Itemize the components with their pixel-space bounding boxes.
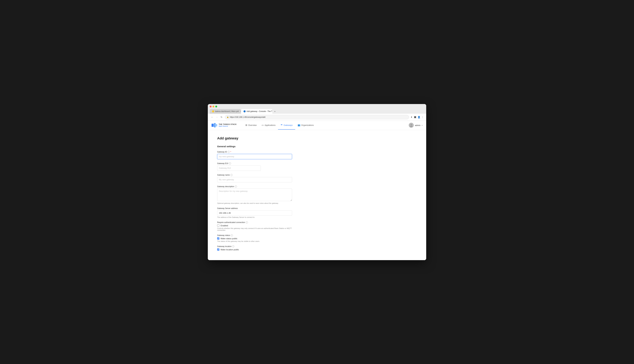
- require-auth-help: Controls whether this gateway may only c…: [217, 228, 292, 231]
- traffic-light-minimize[interactable]: [212, 106, 214, 108]
- require-auth-info-icon: i: [246, 221, 248, 224]
- logo-text-area: THE THINGS STACK Open Source: [219, 123, 237, 127]
- main-content: Add gateway General settings Gateway ID …: [208, 130, 348, 260]
- required-star: *: [230, 151, 231, 153]
- server-address-input[interactable]: 192.168.1.46: [217, 210, 292, 216]
- require-auth-checkbox-row: Enabled: [217, 224, 339, 227]
- menu-icon[interactable]: ⋮: [422, 116, 424, 118]
- gateway-id-label: Gateway ID i *: [217, 151, 339, 153]
- tab-label-balena: balena dashboard | Marc-pi4: [215, 110, 239, 112]
- gateway-id-info-icon: i: [228, 151, 230, 153]
- nav-label-overview: Overview: [248, 124, 257, 126]
- logo-subtitle: Open Source: [219, 126, 237, 127]
- gateway-id-label-text: Gateway ID: [217, 151, 227, 153]
- nav-item-applications[interactable]: ▭ Applications: [259, 121, 278, 130]
- logo-svg: [212, 123, 217, 128]
- require-auth-label: Require authenticated connection i: [217, 221, 339, 224]
- traffic-light-close[interactable]: [210, 106, 212, 108]
- require-auth-label-text: Require authenticated connection: [217, 221, 245, 224]
- nav-item-organizations[interactable]: 👥 Organizations: [295, 121, 316, 130]
- form-group-gateway-name: Gateway name i: [217, 174, 339, 182]
- gateway-status-help: The status of this gateway may be visibl…: [217, 240, 292, 242]
- svg-point-5: [410, 126, 412, 127]
- require-auth-checkbox[interactable]: [217, 224, 219, 226]
- form-group-gateway-id: Gateway ID i *: [217, 151, 339, 159]
- url-bar[interactable]: 🔒 https://192.168.1.46/console/gateways/…: [225, 115, 409, 119]
- gateway-name-info-icon: i: [230, 174, 232, 176]
- nav-label-organizations: Organizations: [301, 124, 314, 126]
- gateway-location-label: Gateway location i: [217, 245, 339, 248]
- form-group-gateway-description: Gateway description i Optional gateway d…: [217, 186, 339, 204]
- gateway-status-label: Gateway status i: [217, 234, 339, 236]
- gateway-description-label-text: Gateway description: [217, 186, 234, 188]
- nav-forward-button[interactable]: →: [215, 115, 219, 119]
- browser-chrome: 🟡 balena dashboard | Marc-pi4 ✕ 🔵 Add ga…: [208, 104, 426, 114]
- traffic-lights: [210, 106, 424, 108]
- browser-actions: ⬇ 🔳 👤 ⋮: [410, 116, 424, 118]
- new-tab-button[interactable]: +: [273, 109, 277, 114]
- top-nav: THE THINGS STACK Open Source ⊞ Overview …: [208, 121, 426, 130]
- gateway-description-textarea[interactable]: [217, 188, 292, 201]
- svg-rect-2: [216, 124, 217, 126]
- gateway-name-input[interactable]: [217, 177, 292, 182]
- gateway-eui-label-text: Gateway EUI: [217, 162, 228, 164]
- gateway-location-checkbox-label: Make location public: [220, 248, 239, 251]
- lock-icon: 🔒: [227, 116, 229, 118]
- tab-close-balena[interactable]: ✕: [240, 110, 241, 112]
- svg-point-3: [281, 124, 282, 125]
- require-auth-checkbox-label: Enabled: [220, 224, 228, 227]
- gateway-eui-info-icon: i: [229, 162, 231, 164]
- gateway-location-checkbox[interactable]: [217, 248, 219, 250]
- gateway-id-input[interactable]: [217, 154, 292, 159]
- nav-items: ⊞ Overview ▭ Applications Gatew: [243, 121, 409, 130]
- server-address-label-text: Gateway Server address: [217, 207, 238, 210]
- svg-rect-1: [214, 123, 216, 128]
- tab-favicon-balena: 🟡: [212, 110, 214, 112]
- section-title-general: General settings: [217, 145, 339, 148]
- organizations-icon: 👥: [298, 124, 300, 126]
- gateway-location-label-text: Gateway location: [217, 245, 232, 248]
- gateway-description-help: Optional gateway description; can also b…: [217, 202, 292, 204]
- user-chevron-icon: ▾: [422, 124, 422, 126]
- logo-area: THE THINGS STACK Open Source: [212, 123, 237, 128]
- svg-point-4: [410, 124, 412, 126]
- browser-window: 🟡 balena dashboard | Marc-pi4 ✕ 🔵 Add ga…: [208, 104, 426, 260]
- nav-buttons: ← → ↻: [210, 115, 224, 119]
- tab-balena[interactable]: 🟡 balena dashboard | Marc-pi4 ✕: [210, 109, 241, 114]
- address-bar: ← → ↻ 🔒 https://192.168.1.46/console/gat…: [208, 114, 426, 121]
- nav-label-gateways: Gateways: [284, 124, 293, 126]
- profile-icon[interactable]: 👤: [418, 116, 420, 118]
- tabs-bar: 🟡 balena dashboard | Marc-pi4 ✕ 🔵 Add ga…: [210, 109, 424, 114]
- tab-console[interactable]: 🔵 Add gateway - Console - The T… ✕: [241, 109, 272, 114]
- extensions-icon[interactable]: 🔳: [414, 116, 416, 118]
- gateway-status-label-text: Gateway status: [217, 234, 230, 236]
- gateway-status-info-icon: i: [231, 234, 233, 236]
- download-icon[interactable]: ⬇: [410, 116, 412, 118]
- form-group-require-auth: Require authenticated connection i Enabl…: [217, 221, 339, 231]
- gateway-eui-input[interactable]: [217, 166, 261, 171]
- app-content: THE THINGS STACK Open Source ⊞ Overview …: [208, 121, 426, 260]
- avatar: [409, 123, 414, 128]
- tab-favicon-console: 🔵: [243, 110, 246, 112]
- gateway-description-label: Gateway description i: [217, 186, 339, 188]
- form-group-gateway-eui: Gateway EUI i: [217, 162, 339, 171]
- nav-item-gateways[interactable]: Gateways: [278, 121, 295, 130]
- tab-label-console: Add gateway - Console - The T…: [246, 110, 272, 112]
- svg-rect-0: [212, 124, 214, 127]
- form-group-gateway-location: Gateway location i Make location public: [217, 245, 339, 251]
- gateway-status-checkbox[interactable]: [217, 237, 219, 240]
- gateway-eui-label: Gateway EUI i: [217, 162, 339, 164]
- logo-title: THE THINGS STACK: [219, 123, 237, 126]
- user-area[interactable]: admin ▾: [409, 123, 422, 128]
- gateway-status-checkbox-label: Make status public: [220, 237, 238, 240]
- gateway-name-label: Gateway name i: [217, 174, 339, 176]
- nav-item-overview[interactable]: ⊞ Overview: [243, 121, 259, 130]
- server-address-help: The address of the Gateway Server to con…: [217, 216, 292, 218]
- user-name: admin: [415, 124, 420, 126]
- form-group-server-address: Gateway Server address 192.168.1.46 The …: [217, 207, 339, 218]
- traffic-light-maximize[interactable]: [215, 106, 217, 108]
- nav-refresh-button[interactable]: ↻: [220, 115, 224, 119]
- gateways-icon: [280, 124, 283, 126]
- nav-back-button[interactable]: ←: [210, 115, 214, 119]
- gateway-location-info-icon: i: [232, 245, 234, 248]
